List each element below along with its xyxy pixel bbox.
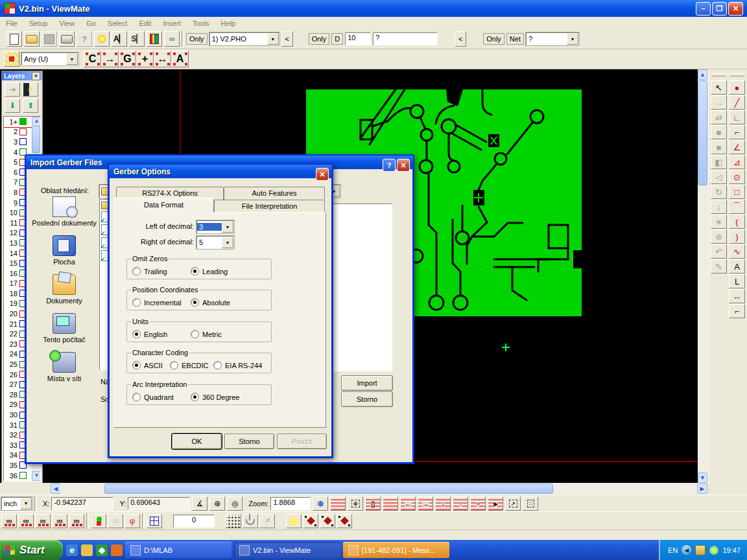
task-d-mlab[interactable]: D:\MLAB (125, 542, 231, 558)
open-file-icon-button[interactable] (24, 31, 40, 47)
menu-file[interactable]: File (0, 18, 23, 29)
toolbar-grip[interactable] (712, 73, 726, 76)
layers-panel-close-icon[interactable]: x (32, 72, 40, 80)
tile-windows-icon[interactable] (147, 514, 162, 528)
prev-layer-button[interactable]: < (281, 31, 293, 47)
only-dcode-button[interactable]: Only (309, 33, 330, 45)
reader-icon[interactable]: ◆ (96, 544, 108, 556)
view-dcodes-icon[interactable]: ∞ (1, 514, 17, 528)
layer-combo[interactable]: 1) V2.PHO ▼ (209, 32, 279, 45)
place-network-places[interactable]: Místa v síti (32, 352, 97, 382)
only-layer-button[interactable]: Only (186, 33, 208, 45)
draw-circle-tool[interactable]: ⊙ (729, 170, 745, 184)
tab-rs274x-options[interactable]: RS274-X Options (116, 187, 224, 200)
draw-corner-tool[interactable]: ⌐ (729, 125, 745, 139)
tray-expand-icon[interactable]: ◀ (682, 545, 691, 555)
layer-down-button[interactable]: ⬇ (5, 99, 20, 113)
relative-origin-icon[interactable]: ◎ (227, 496, 243, 511)
menu-insert[interactable]: Insert (157, 18, 187, 29)
h-scroll-thumb[interactable] (104, 484, 553, 494)
draw-outline-tool[interactable]: ⌐ (729, 304, 745, 318)
prev-dcode-button[interactable]: < (455, 31, 466, 47)
pad-diamond-c-icon[interactable] (337, 514, 352, 528)
menu-go[interactable]: Go (80, 18, 102, 29)
draw-rectangle-tool[interactable]: □ (729, 185, 745, 199)
gerber-options-close-button[interactable]: ✕ (316, 168, 329, 181)
scroll-left-icon[interactable]: ◀ (51, 484, 61, 494)
radio-360-degree[interactable]: 360 Degree (191, 393, 240, 401)
only-net-button[interactable]: Only (483, 33, 504, 45)
folder-icon[interactable] (81, 544, 93, 556)
v-scrollbar[interactable]: ▲ ▼ (698, 69, 707, 483)
scale-tool[interactable]: ↕ (711, 200, 727, 214)
angle-measure-icon[interactable]: ∡ (192, 496, 208, 511)
zoom-value-input[interactable]: 1.8868 (270, 497, 311, 510)
view-layers-icon[interactable]: ∞ (18, 514, 34, 528)
layer-scroll-up-icon[interactable]: ▲ (32, 117, 41, 126)
menu-edit[interactable]: Edit (133, 18, 157, 29)
zoom-in-icon[interactable]: ⊕ (313, 496, 328, 511)
select-text-button[interactable]: A (171, 51, 189, 67)
edit-vertex-tool[interactable]: ✎ (711, 259, 727, 274)
insert-layer-button[interactable]: ⇥ (5, 82, 20, 97)
view-traces-icon[interactable]: ∞ (52, 514, 67, 528)
menu-help[interactable]: Help (215, 18, 242, 29)
close-button[interactable]: ✕ (728, 2, 743, 16)
dialog-close-button[interactable]: ✕ (397, 159, 410, 172)
measure-view-icon-button[interactable]: ∞ (164, 31, 180, 47)
radio-leading[interactable]: Leading (191, 267, 228, 275)
radio-eia-rs-244[interactable]: EIA RS-244 (213, 361, 262, 369)
fill-square2-tool[interactable]: ■ (711, 140, 727, 154)
grid-add-icon[interactable]: ▫ (470, 496, 486, 511)
draw-line-tool[interactable]: ╱ (729, 95, 745, 110)
import-cancel-button[interactable]: Storno (341, 391, 393, 407)
select-goto-button[interactable]: → (101, 51, 119, 67)
zoom-window-icon[interactable]: ⊕ (348, 496, 363, 511)
select-swap-button[interactable]: ↔ (154, 51, 171, 67)
radio-incremental[interactable]: Incremental (132, 298, 181, 307)
place-desktop[interactable]: Plocha (32, 235, 97, 266)
new-file-icon-button[interactable] (6, 31, 22, 47)
cancel-button[interactable]: Storno (224, 434, 274, 449)
v-scroll-thumb[interactable] (698, 80, 707, 185)
task-v2-bin-viewmate[interactable]: V2.bin - ViewMate (234, 542, 340, 558)
right-of-decimal-combo[interactable]: 5 ▼ (196, 236, 234, 249)
highlight-film-icon[interactable] (330, 496, 346, 511)
dialog-help-button[interactable]: ? (383, 159, 396, 172)
layer-combo-arrow[interactable]: ▼ (267, 33, 279, 45)
any-combo-arrow[interactable]: ▼ (66, 53, 78, 65)
tab-file-interpretation[interactable]: File Interpretation (214, 200, 325, 213)
minimize-button[interactable]: – (696, 2, 711, 16)
view-sketch-icon[interactable]: ∞ (69, 514, 84, 528)
radio-quadrant[interactable]: Quadrant (132, 393, 174, 401)
net-combo-arrow[interactable]: ▼ (567, 33, 578, 45)
net-combo[interactable]: ? ▼ (526, 32, 579, 45)
left-of-decimal-combo[interactable]: 3 ▼ (196, 220, 234, 233)
menu-setup[interactable]: Setup (23, 18, 54, 29)
layer-color-swatch[interactable] (19, 128, 27, 135)
place-documents[interactable]: Dokumenty (32, 274, 97, 305)
pattern-select-icon[interactable] (4, 51, 19, 67)
any-selection-combo[interactable]: Any (U) ▼ (21, 52, 78, 65)
grid-full-icon[interactable] (383, 496, 398, 511)
gerber-options-titlebar[interactable]: Gerber Options (109, 165, 332, 178)
dcode-input[interactable]: 10 (345, 32, 371, 45)
view-pads-icon[interactable]: ∞ (35, 514, 51, 528)
unit-combo[interactable]: inch ▼ (1, 497, 32, 510)
unit-combo-arrow[interactable]: ▼ (20, 498, 32, 509)
mirror-tool[interactable]: ◧ (711, 155, 727, 169)
draw-text-tool[interactable]: A (729, 259, 745, 274)
count-field[interactable]: 0 (173, 515, 215, 528)
grid-dots-icon[interactable] (226, 514, 241, 528)
radio-metric[interactable]: Metric (191, 330, 222, 338)
select-flash-button[interactable]: + (136, 51, 154, 67)
tab-auto-features[interactable]: Auto Features (224, 187, 325, 200)
draw-mode-icon[interactable] (91, 514, 106, 528)
draw-arc-tool[interactable]: ⌒ (729, 200, 745, 214)
flash-highlight-icon-button[interactable] (94, 31, 110, 47)
snap-move-icon[interactable]: ↗ (259, 514, 275, 528)
radio-absolute[interactable]: Absolute (191, 298, 230, 307)
scroll-up-icon[interactable]: ▲ (698, 69, 707, 80)
scroll-down-icon[interactable]: ▼ (698, 472, 707, 483)
ok-button[interactable]: OK (172, 434, 222, 449)
